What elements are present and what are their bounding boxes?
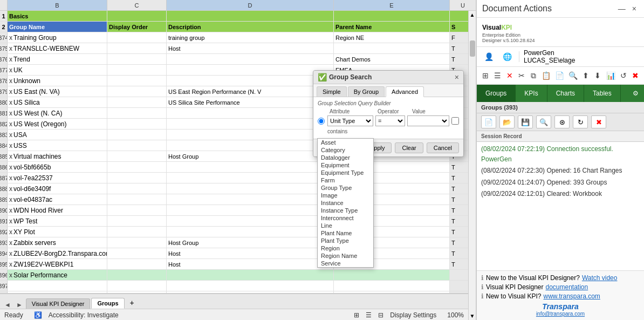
list-view-icon[interactable]: ☰ (493, 69, 502, 82)
dropdown-item[interactable]: Group Type (318, 184, 373, 192)
grid-icon[interactable]: ⊞ (354, 311, 359, 319)
magnifier-icon[interactable]: 🔍 (536, 115, 551, 128)
modal-tab-advanced[interactable]: Advanced (386, 86, 424, 97)
refresh-icon[interactable]: ↺ (619, 69, 628, 82)
dropdown-item[interactable]: Datalogger (318, 154, 373, 161)
transpara-email[interactable]: info@transpara.com (481, 311, 640, 317)
table-row[interactable]: 390 x WDN Hood River T (0, 205, 468, 216)
download-icon[interactable]: ⬇ (593, 69, 602, 82)
table-row[interactable]: 374 x Training Group training group Regi… (0, 32, 468, 43)
attribute-select[interactable]: Unit Type (327, 115, 373, 126)
panel-minimize-btn[interactable]: — (616, 3, 628, 14)
cell-group-name: x US East (N. VA) (8, 86, 107, 97)
table-row[interactable]: 387 x vol-7ea22537 T (0, 173, 468, 183)
globe-icon[interactable]: 🌐 (499, 50, 515, 63)
operator-select[interactable]: = (375, 115, 405, 126)
search-icon[interactable]: 🔍 (568, 69, 578, 82)
tab-left-arrow[interactable]: ◄ (2, 301, 13, 309)
cell-description (167, 130, 334, 140)
scroll-thumb[interactable] (470, 40, 475, 57)
sync-icon[interactable]: ↻ (573, 115, 588, 128)
save-icon[interactable]: 💾 (518, 115, 533, 128)
dropdown-item[interactable]: Instance (318, 199, 373, 207)
cell-flag: T (450, 248, 468, 258)
settings-gear-icon[interactable]: ⚙ (627, 85, 644, 102)
row-checkbox[interactable] (451, 117, 459, 125)
dropdown-item[interactable]: Service (318, 260, 373, 267)
nav-tab-kpis[interactable]: KPIs (516, 85, 547, 102)
dropdown-item[interactable]: Asset (318, 139, 373, 146)
dropdown-item[interactable]: Equipment (318, 161, 373, 169)
table-row[interactable]: 397 (0, 281, 468, 291)
col-header-a (0, 0, 8, 10)
group-name-value: USA (13, 131, 27, 139)
nav-tab-groups[interactable]: Groups (477, 85, 516, 102)
table-row[interactable]: 389 x vol-e04837ac T (0, 194, 468, 205)
table-icon[interactable]: ☰ (366, 311, 372, 319)
tab-groups[interactable]: Groups (91, 298, 124, 309)
dropdown-item[interactable]: Equipment Type (318, 169, 373, 176)
table-row[interactable]: 396 x Solar Performance (0, 270, 468, 281)
hierarchy-icon[interactable]: ⊛ (554, 115, 570, 128)
dropdown-item[interactable]: Unit Name (318, 267, 373, 268)
remove-icon[interactable]: ✖ (591, 115, 606, 128)
display-settings[interactable]: Display Settings (390, 311, 436, 319)
dropdown-item[interactable]: Region Name (318, 252, 373, 260)
table-row[interactable]: 392 x XY Plot Chart Demos T (0, 227, 468, 237)
tab-add-button[interactable]: + (126, 297, 139, 309)
table-row[interactable]: 376 x Trend Chart Demos T (0, 54, 468, 65)
new-doc-icon[interactable]: 📄 (481, 115, 496, 128)
chart-icon[interactable]: 📊 (606, 69, 616, 82)
group-name-value: vol-5bf6665b (13, 164, 51, 171)
layout-icon[interactable]: ⊟ (378, 311, 383, 319)
modal-close-button[interactable]: × (455, 73, 459, 81)
watch-video-link[interactable]: Watch video (582, 274, 618, 282)
x-red-icon[interactable]: ✖ (631, 69, 640, 82)
value-select[interactable] (407, 115, 449, 126)
open-folder-icon[interactable]: 📂 (499, 115, 515, 128)
nav-tab-charts[interactable]: Charts (547, 85, 584, 102)
row-radio[interactable] (318, 118, 325, 125)
table-row[interactable]: 395 x ZW19E2V-WEBKPI1 Host T (0, 259, 468, 270)
scroll-down-btn[interactable]: ▼ (470, 312, 475, 320)
table-row[interactable]: 388 x vol-d6e3409f T (0, 183, 468, 194)
table-row[interactable]: 393 x Zabbix servers Host Group T (0, 237, 468, 248)
x-mark: x (9, 261, 12, 268)
table-row[interactable]: 394 x ZLUBE2V-BorgD2.Transpara.com Host … (0, 248, 468, 259)
tab-designer[interactable]: Visual KPI Designer (26, 298, 91, 309)
dropdown-item[interactable]: Plant Name (318, 229, 373, 237)
clear-button[interactable]: Clear (395, 142, 423, 153)
users-icon[interactable]: 👤 (481, 50, 496, 63)
scroll-up-btn[interactable]: ▲ (470, 11, 475, 19)
dropdown-item[interactable]: Interconnect (318, 214, 373, 222)
upload-icon[interactable]: ⬆ (581, 69, 590, 82)
dropdown-item[interactable]: Line (318, 222, 373, 229)
dropdown-item[interactable]: Image (318, 192, 373, 199)
dropdown-item[interactable]: Plant Type (318, 237, 373, 244)
copy-icon[interactable]: ⧉ (529, 69, 538, 82)
dropdown-item[interactable]: Instance Type (318, 207, 373, 214)
cell-display-order (107, 205, 167, 215)
cancel-button[interactable]: Cancel (427, 142, 459, 153)
dropdown-item[interactable]: Region (318, 244, 373, 252)
scissors-icon[interactable]: ✂ (517, 69, 526, 82)
vertical-scrollbar[interactable]: ▲ ▼ (468, 11, 476, 320)
dropdown-item[interactable]: Farm (318, 176, 373, 184)
paste-icon[interactable]: 📋 (541, 69, 551, 82)
panel-close-btn[interactable]: × (630, 3, 639, 14)
delete-icon[interactable]: ✕ (505, 69, 513, 82)
modal-tab-simple[interactable]: Simple (317, 86, 347, 97)
documentation-link[interactable]: documentation (546, 283, 588, 291)
dropdown-item[interactable]: Category (318, 146, 373, 154)
grid-view-icon[interactable]: ⊞ (481, 69, 490, 82)
paste2-icon[interactable]: 📄 (554, 69, 565, 82)
table-row[interactable]: 375 x TRANSLLC-WEBNEW Host T (0, 43, 468, 54)
website-link[interactable]: www.transpara.com (544, 292, 600, 300)
table-row[interactable]: 391 x WP Test T (0, 216, 468, 227)
tab-right-arrow[interactable]: ► (14, 301, 25, 309)
row-num: 381 (0, 108, 8, 118)
nav-tab-tables[interactable]: Tables (584, 85, 621, 102)
table-row[interactable]: 386 x vol-5bf6665b T (0, 162, 468, 173)
user-line1: PowerGen (524, 49, 575, 57)
modal-tab-by-group[interactable]: By Group (348, 86, 385, 97)
